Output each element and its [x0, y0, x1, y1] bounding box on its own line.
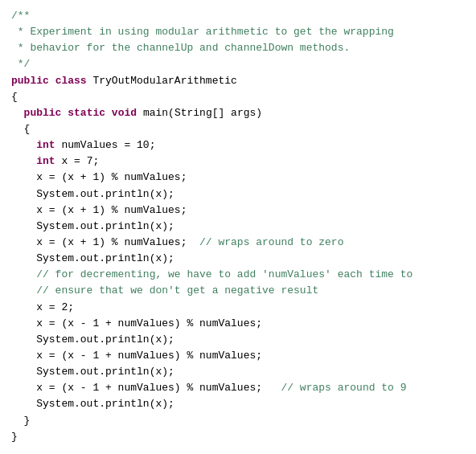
code-line: System.out.println(x);: [11, 219, 465, 235]
code-line: System.out.println(x);: [11, 396, 465, 412]
code-line: x = 2;: [11, 300, 465, 316]
code-line: System.out.println(x);: [11, 186, 465, 202]
code-line: // ensure that we don't get a negative r…: [11, 283, 465, 299]
code-line: x = (x - 1 + numValues) % numValues;: [11, 348, 465, 364]
code-line: {: [11, 121, 465, 137]
code-block: /** * Experiment in using modular arithm…: [11, 8, 465, 445]
code-line: x = (x + 1) % numValues;: [11, 170, 465, 186]
code-line: System.out.println(x);: [11, 332, 465, 348]
code-line: }: [11, 413, 465, 429]
code-line: x = (x - 1 + numValues) % numValues;: [11, 316, 465, 332]
code-container: /** * Experiment in using modular arithm…: [0, 0, 476, 454]
code-line: /**: [11, 8, 465, 24]
code-line: x = (x + 1) % numValues; // wraps around…: [11, 235, 465, 251]
code-line: // for decrementing, we have to add 'num…: [11, 267, 465, 283]
code-line: }: [11, 429, 465, 445]
code-line: int x = 7;: [11, 153, 465, 170]
code-line: */: [11, 56, 465, 72]
code-line: x = (x - 1 + numValues) % numValues; // …: [11, 380, 465, 396]
code-line: * behavior for the channelUp and channel…: [11, 40, 465, 56]
code-line: int numValues = 10;: [11, 137, 465, 153]
code-line: * Experiment in using modular arithmetic…: [11, 24, 465, 40]
code-line: {: [11, 89, 465, 105]
code-line: System.out.println(x);: [11, 364, 465, 380]
code-line: public static void main(String[] args): [11, 105, 465, 121]
code-line: public class TryOutModularArithmetic: [11, 73, 465, 89]
code-line: System.out.println(x);: [11, 251, 465, 267]
code-line: x = (x + 1) % numValues;: [11, 202, 465, 219]
